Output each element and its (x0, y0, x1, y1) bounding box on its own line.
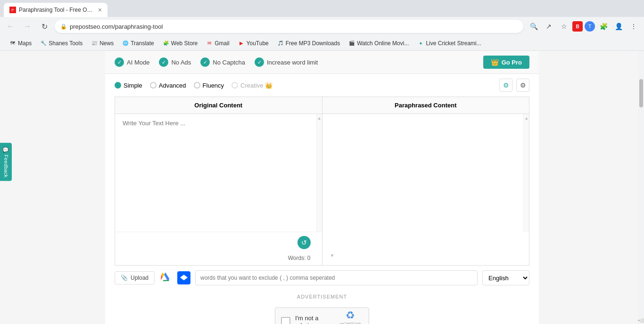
bookmark-news-label: News (99, 40, 114, 47)
search-icon-button[interactable]: 🔍 (527, 20, 540, 33)
language-selector[interactable]: English French Spanish German (482, 270, 529, 285)
bookmark-translate[interactable]: 🌐 Translate (118, 38, 158, 49)
feature-no-captcha: ✓ No Captcha (200, 57, 245, 67)
youtube-icon: ▶ (238, 40, 245, 47)
right-scroll: ▲ (523, 114, 529, 232)
bookmark-maps[interactable]: 🗺 Maps (6, 38, 35, 49)
bookmark-watch-movies[interactable]: 🎬 Watch Online Movi... (345, 38, 413, 49)
dropbox-button[interactable] (177, 271, 190, 284)
bookmarks-bar: 🗺 Maps 🔧 Shanes Tools 📰 News 🌐 Translate… (0, 36, 644, 51)
ai-mode-check: ✓ (115, 57, 124, 67)
bookmark-youtube[interactable]: ▶ YouTube (234, 38, 272, 49)
bookmark-shanes-tools[interactable]: 🔧 Shanes Tools (36, 38, 86, 49)
mode-advanced[interactable]: Advanced (150, 82, 186, 89)
mode-selector: Simple Advanced Fluency Creative 👑 ⚙ ⚙ (105, 74, 539, 97)
refresh-button[interactable]: ↻ (38, 20, 51, 33)
extensions-button[interactable]: 🧩 (597, 20, 610, 33)
mode-creative[interactable]: Creative 👑 (231, 82, 272, 89)
exclude-words-input[interactable] (195, 270, 478, 285)
increase-word-check: ✓ (255, 57, 264, 67)
settings-customize-button[interactable]: ⚙ (516, 79, 529, 92)
feature-ai-mode: ✓ AI Mode (115, 57, 149, 67)
bookmark-web-store-label: Web Store (171, 40, 198, 47)
feedback-tab[interactable]: 💬 Feedback (0, 143, 12, 181)
scroll-to-bottom[interactable]: × ⬜ (638, 316, 644, 324)
go-pro-button[interactable]: 👑 Go Pro (483, 56, 529, 69)
translate-icon: 🌐 (122, 40, 129, 47)
back-button[interactable]: ← (4, 20, 17, 33)
bookmark-youtube-label: YouTube (247, 40, 269, 47)
recaptcha-logo-icon: ♻ (338, 309, 363, 322)
scrollbar-thumb[interactable] (639, 79, 643, 107)
scroll-up-arrow: ▲ (317, 116, 322, 121)
address-bar[interactable]: 🔒 prepostseo.com/paraphrasing-tool (55, 20, 523, 33)
mode-fluency[interactable]: Fluency (194, 82, 224, 89)
google-drive-button[interactable] (159, 271, 173, 284)
mode-settings: ⚙ ⚙ (499, 79, 529, 92)
bookmark-icon-button[interactable]: ☆ (557, 20, 570, 33)
mode-simple[interactable]: Simple (115, 82, 142, 89)
mode-simple-radio[interactable] (115, 82, 121, 89)
web-store-icon: 🧩 (163, 40, 169, 47)
ad-label: ADVERTISEMENT (297, 294, 347, 300)
word-count: Words: 0 (288, 255, 311, 261)
bookmark-live-cricket[interactable]: ● Live Cricket Streami... (413, 38, 485, 49)
word-count-area: Words: 0 (115, 253, 322, 265)
recaptcha-box[interactable]: I'm not a robot ♻ reCAPTCHA Privacy - Te… (275, 308, 369, 324)
upload-label: Upload (131, 275, 149, 281)
captcha-label: I'm not a robot (295, 315, 333, 324)
bookmark-free-mp3-label: Free MP3 Downloads (286, 40, 340, 47)
feature-bar: ✓ AI Mode ✓ No Ads ✓ No Captcha ✓ Increa… (105, 51, 539, 74)
bookmark-shanes-tools-label: Shanes Tools (49, 40, 83, 47)
tab-bar: P Paraphrasing Tool - Free Online Paraph… (0, 0, 644, 17)
original-content-panel: Original Content ▲ ↺ Words: 0 (115, 97, 322, 265)
paraphrased-content-output[interactable] (322, 114, 524, 232)
address-bar-row: ← → ↻ 🔒 prepostseo.com/paraphrasing-tool… (0, 17, 644, 36)
feature-increase-word-limit: ✓ Increase word limit (255, 57, 318, 67)
original-footer: ↺ (115, 232, 322, 253)
no-captcha-check: ✓ (200, 57, 210, 67)
profile-button[interactable]: 👤 (612, 20, 625, 33)
increase-word-label: Increase word limit (267, 59, 318, 66)
extension-notification: B (572, 21, 583, 32)
bookmark-web-store[interactable]: 🧩 Web Store (159, 38, 201, 49)
menu-button[interactable]: ⋮ (627, 20, 640, 33)
captcha-checkbox[interactable] (281, 317, 290, 324)
bookmark-watch-movies-label: Watch Online Movi... (357, 40, 409, 47)
settings-gear-button[interactable]: ⚙ (499, 79, 512, 92)
main-container: ✓ AI Mode ✓ No Ads ✓ No Captcha ✓ Increa… (105, 51, 539, 324)
original-content-input[interactable] (115, 114, 316, 232)
ad-section: ADVERTISEMENT (105, 290, 539, 303)
recaptcha-brand: reCAPTCHA (338, 322, 363, 324)
maps-icon: 🗺 (9, 40, 16, 47)
upload-icon: 📎 (121, 275, 128, 281)
paraphrased-content-panel: Paraphrased Content ▲ ▼ (322, 97, 529, 265)
tab-close-button[interactable]: × (98, 6, 102, 14)
dropbox-icon-svg (180, 274, 188, 282)
crown-icon: 👑 (491, 58, 499, 66)
share-icon-button[interactable]: ↗ (542, 20, 555, 33)
feature-no-ads: ✓ No Ads (159, 57, 191, 67)
bookmark-free-mp3[interactable]: 🎵 Free MP3 Downloads (273, 38, 344, 49)
left-scroll: ▲ (316, 114, 322, 232)
mode-fluency-radio[interactable] (194, 82, 200, 89)
captcha-section: I'm not a robot ♻ reCAPTCHA Privacy - Te… (105, 303, 539, 324)
bookmark-gmail[interactable]: ✉ Gmail (202, 38, 233, 49)
mode-simple-label: Simple (124, 82, 142, 89)
ai-mode-label: AI Mode (127, 59, 149, 66)
forward-button[interactable]: → (21, 20, 34, 33)
mode-fluency-label: Fluency (203, 82, 224, 89)
bookmark-news[interactable]: 📰 News (87, 38, 117, 49)
page-scrollbar[interactable]: × ⬜ (638, 51, 644, 324)
refresh-content-button[interactable]: ↺ (297, 236, 311, 249)
mode-creative-radio[interactable] (231, 82, 238, 89)
mode-advanced-label: Advanced (159, 82, 186, 89)
bookmark-translate-label: Translate (131, 40, 154, 47)
extension-translate: T (585, 21, 595, 32)
news-icon: 📰 (91, 40, 98, 47)
active-tab[interactable]: P Paraphrasing Tool - Free Online Paraph… (4, 3, 107, 17)
right-footer-spacer (322, 232, 529, 250)
mode-advanced-radio[interactable] (150, 82, 157, 89)
upload-button[interactable]: 📎 Upload (115, 271, 155, 284)
no-ads-check: ✓ (159, 57, 168, 67)
